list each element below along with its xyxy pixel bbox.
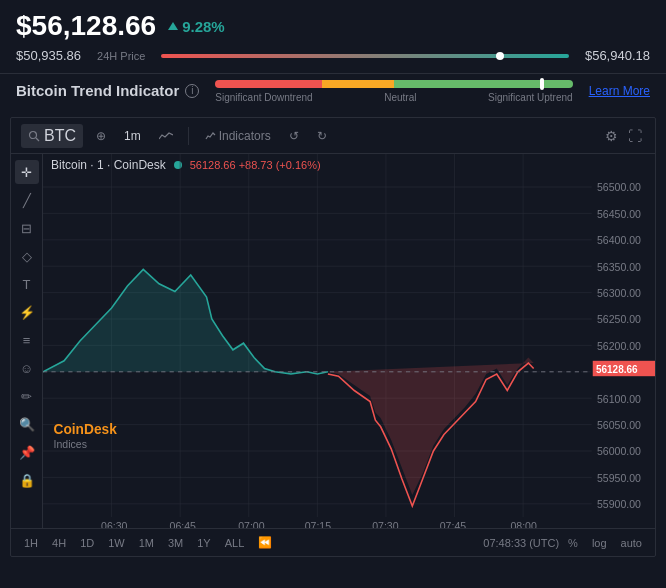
chart-toolbar: BTC ⊕ 1m Indicators ↺ ↻ ⚙ ⛶ <box>11 118 655 154</box>
draw-line-tool[interactable]: ╱ <box>15 188 39 212</box>
price-range-row: $50,935.86 24H Price $56,940.18 <box>16 48 650 63</box>
range-indicator <box>496 52 504 60</box>
svg-text:56450.00: 56450.00 <box>597 208 641 220</box>
replay-btn[interactable]: ⏪ <box>253 534 277 551</box>
crosshair-tool[interactable]: ✛ <box>15 160 39 184</box>
svg-text:07:00: 07:00 <box>238 520 264 528</box>
svg-text:55950.00: 55950.00 <box>597 472 641 484</box>
price-low: $50,935.86 <box>16 48 81 63</box>
svg-text:56000.00: 56000.00 <box>597 445 641 457</box>
svg-text:56300.00: 56300.00 <box>597 287 641 299</box>
svg-text:56100.00: 56100.00 <box>597 392 641 404</box>
label-24h: 24H Price <box>97 50 145 62</box>
emoji-tool[interactable]: ☺ <box>15 356 39 380</box>
svg-text:08:00: 08:00 <box>510 520 536 528</box>
search-icon <box>28 130 40 142</box>
pattern-tool[interactable]: ⚡ <box>15 300 39 324</box>
svg-text:56350.00: 56350.00 <box>597 260 641 272</box>
indicators-btn[interactable]: Indicators <box>199 126 276 146</box>
draw-tool[interactable]: ⊟ <box>15 216 39 240</box>
price-chart: 56500.00 56450.00 56400.00 56350.00 5630… <box>43 154 655 528</box>
trend-label-mid: Neutral <box>384 92 416 103</box>
log-btn[interactable]: log <box>587 535 612 551</box>
up-arrow-icon <box>168 22 178 30</box>
magnet-tool[interactable]: 📌 <box>15 440 39 464</box>
trend-bar <box>215 80 572 88</box>
svg-text:Indices: Indices <box>54 437 87 449</box>
chart-bottom-toolbar: 1H 4H 1D 1W 1M 3M 1Y ALL ⏪ 07:48:33 (UTC… <box>11 528 655 556</box>
shape-tool[interactable]: ◇ <box>15 244 39 268</box>
pencil-tool[interactable]: ✏ <box>15 384 39 408</box>
time-btn-1h[interactable]: 1H <box>19 535 43 551</box>
toolbar-sep <box>188 127 189 145</box>
chart-main[interactable]: 56500.00 56450.00 56400.00 56350.00 5630… <box>43 154 655 528</box>
trend-title-area: Bitcoin Trend Indicator i <box>16 80 199 99</box>
toolbar-right: ⚙ ⛶ <box>602 125 645 147</box>
timeframe-btn[interactable]: 1m <box>119 126 146 146</box>
time-btn-all[interactable]: ALL <box>220 535 250 551</box>
svg-text:56200.00: 56200.00 <box>597 340 641 352</box>
svg-text:07:15: 07:15 <box>305 520 331 528</box>
zoom-tool[interactable]: 🔍 <box>15 412 39 436</box>
text-tool[interactable]: T <box>15 272 39 296</box>
svg-text:07:30: 07:30 <box>372 520 398 528</box>
svg-text:56400.00: 56400.00 <box>597 234 641 246</box>
change-pct: 9.28% <box>182 18 225 35</box>
auto-btn[interactable]: auto <box>616 535 647 551</box>
fullscreen-btn[interactable]: ⛶ <box>625 125 645 147</box>
learn-more-link[interactable]: Learn More <box>589 80 650 98</box>
trend-labels: Significant Downtrend Neutral Significan… <box>215 92 572 103</box>
trend-section: Bitcoin Trend Indicator i Significant Do… <box>0 73 666 109</box>
timeframe-label: 1m <box>124 129 141 143</box>
undo-icon: ↺ <box>289 129 299 143</box>
price-main-row: $56,128.66 9.28% <box>16 10 650 42</box>
price-change: 9.28% <box>168 18 225 35</box>
indicators-label: Indicators <box>219 129 271 143</box>
time-btn-1y[interactable]: 1Y <box>192 535 215 551</box>
svg-text:56250.00: 56250.00 <box>597 313 641 325</box>
percent-btn[interactable]: % <box>563 535 583 551</box>
chart-container: BTC ⊕ 1m Indicators ↺ ↻ ⚙ ⛶ <box>10 117 656 557</box>
svg-text:06:45: 06:45 <box>170 520 196 528</box>
svg-marker-23 <box>328 358 534 496</box>
symbol-search[interactable]: BTC <box>21 124 83 148</box>
time-btn-3m[interactable]: 3M <box>163 535 188 551</box>
symbol-label: BTC <box>44 127 76 145</box>
time-btn-1m[interactable]: 1M <box>134 535 159 551</box>
redo-btn[interactable]: ↻ <box>312 126 332 146</box>
undo-btn[interactable]: ↺ <box>284 126 304 146</box>
info-icon[interactable]: i <box>185 84 199 98</box>
price-range-bar <box>161 54 569 58</box>
svg-text:07:45: 07:45 <box>440 520 466 528</box>
chart-area: ✛ ╱ ⊟ ◇ T ⚡ ≡ ☺ ✏ 🔍 📌 🔒 <box>11 154 655 528</box>
lock-tool[interactable]: 🔒 <box>15 468 39 492</box>
time-btn-1d[interactable]: 1D <box>75 535 99 551</box>
svg-text:55900.00: 55900.00 <box>597 498 641 510</box>
chart-tools: ✛ ╱ ⊟ ◇ T ⚡ ≡ ☺ ✏ 🔍 📌 🔒 <box>11 154 43 528</box>
settings-btn[interactable]: ⚙ <box>602 125 621 147</box>
plus-icon: ⊕ <box>96 129 106 143</box>
svg-text:56128.66: 56128.66 <box>596 364 638 375</box>
trend-marker <box>540 78 544 90</box>
svg-line-1 <box>36 138 39 141</box>
svg-point-0 <box>30 131 37 138</box>
chart-type-btn[interactable] <box>154 128 178 144</box>
timestamp: 07:48:33 (UTC) <box>483 537 559 549</box>
trend-label-right: Significant Uptrend <box>488 92 573 103</box>
svg-text:CoinDesk: CoinDesk <box>54 421 117 437</box>
trend-bar-area: Significant Downtrend Neutral Significan… <box>215 80 572 103</box>
add-symbol-btn[interactable]: ⊕ <box>91 126 111 146</box>
time-btn-4h[interactable]: 4H <box>47 535 71 551</box>
main-price: $56,128.66 <box>16 10 156 42</box>
time-btn-1w[interactable]: 1W <box>103 535 130 551</box>
svg-text:56500.00: 56500.00 <box>597 181 641 193</box>
svg-text:06:30: 06:30 <box>101 520 127 528</box>
trend-label-left: Significant Downtrend <box>215 92 312 103</box>
indicators-icon <box>204 130 216 142</box>
svg-text:56050.00: 56050.00 <box>597 419 641 431</box>
price-header: $56,128.66 9.28% $50,935.86 24H Price $5… <box>0 0 666 73</box>
redo-icon: ↻ <box>317 129 327 143</box>
measure-tool[interactable]: ≡ <box>15 328 39 352</box>
chart-type-icon <box>159 131 173 141</box>
trend-title: Bitcoin Trend Indicator <box>16 82 179 99</box>
